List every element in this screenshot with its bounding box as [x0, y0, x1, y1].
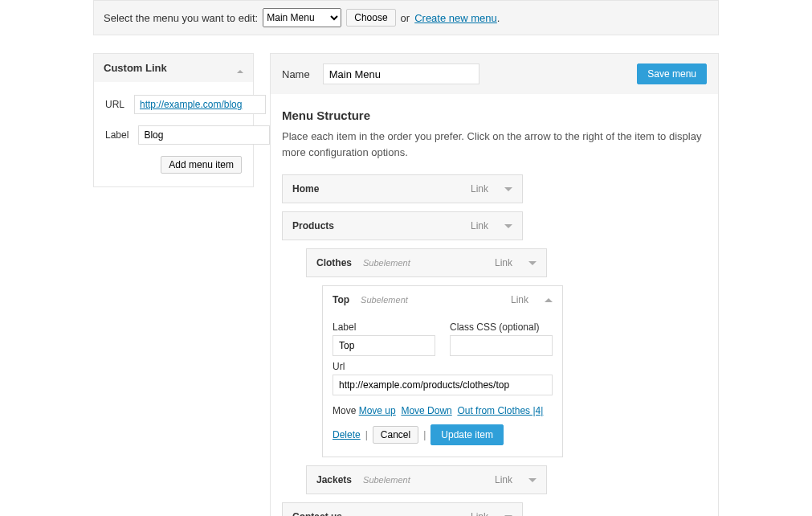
or-text: or	[401, 12, 410, 24]
chevron-up-icon	[545, 298, 553, 302]
menu-item-label: Contact us	[292, 511, 342, 516]
item-type: Link	[495, 257, 512, 268]
chevron-down-icon	[528, 261, 537, 265]
subelement-tag: Subelement	[363, 475, 410, 485]
delete-item-link[interactable]: Delete	[333, 429, 361, 440]
menu-structure-desc: Place each item in the order you prefer.…	[282, 129, 707, 160]
label-label: Label	[105, 129, 129, 141]
save-menu-button-top[interactable]: Save menu	[637, 63, 707, 84]
dot: .	[497, 12, 500, 24]
custom-link-header[interactable]: Custom Link	[94, 54, 253, 82]
add-menu-item-button[interactable]: Add menu item	[161, 156, 242, 174]
menu-structure-title: Menu Structure	[282, 109, 707, 122]
item-type: Link	[471, 511, 488, 516]
menu-item-top[interactable]: Top Subelement Link Label	[322, 285, 563, 457]
create-new-menu-link[interactable]: Create new menu	[414, 12, 497, 24]
top-label-input[interactable]	[333, 335, 435, 356]
move-up-link[interactable]: Move up	[359, 405, 396, 416]
item-type: Link	[471, 220, 488, 231]
chevron-down-icon	[504, 224, 512, 228]
subelement-tag: Subelement	[361, 295, 408, 305]
separator: |	[365, 429, 368, 440]
menu-item-jackets[interactable]: Jackets Subelement Link	[306, 465, 547, 494]
move-down-link[interactable]: Move Down	[401, 405, 451, 416]
subelement-tag: Subelement	[363, 258, 410, 268]
top-css-input[interactable]	[450, 335, 553, 356]
menu-item-contact[interactable]: Contact us Link	[282, 502, 523, 516]
menu-item-label: Top	[333, 294, 349, 305]
top-css-lbl: Class CSS (optional)	[450, 321, 553, 333]
cancel-button[interactable]: Cancel	[373, 426, 418, 444]
menu-name-input[interactable]	[323, 63, 479, 84]
url-label: URL	[105, 99, 124, 110]
menu-item-label: Products	[292, 220, 334, 231]
chevron-down-icon	[504, 187, 512, 191]
label-input[interactable]	[138, 125, 270, 145]
menu-item-clothes[interactable]: Clothes Subelement Link	[306, 248, 547, 277]
menu-item-home[interactable]: Home Link	[282, 174, 523, 203]
menu-select[interactable]: Main Menu	[263, 8, 341, 27]
chevron-down-icon	[528, 478, 537, 482]
out-from-link[interactable]: Out from Clothes |4|	[457, 405, 543, 416]
name-label: Name	[282, 68, 310, 80]
separator: |	[423, 429, 426, 440]
select-menu-prompt: Select the menu you want to edit:	[104, 12, 258, 24]
choose-button[interactable]: Choose	[346, 9, 395, 27]
menu-item-label: Jackets	[316, 474, 352, 485]
menu-item-label: Home	[292, 183, 319, 195]
update-item-button[interactable]: Update item	[430, 424, 504, 445]
url-input[interactable]	[134, 95, 266, 114]
top-url-input[interactable]	[333, 375, 553, 395]
top-url-lbl: Url	[333, 361, 345, 372]
item-type: Link	[471, 183, 488, 195]
menu-item-label: Clothes	[316, 257, 352, 268]
menu-item-products[interactable]: Products Link	[282, 211, 523, 240]
item-type: Link	[495, 474, 512, 485]
top-label-lbl: Label	[333, 321, 435, 333]
item-type: Link	[511, 294, 528, 305]
custom-link-title: Custom Link	[104, 62, 167, 74]
chevron-up-icon	[237, 63, 243, 76]
move-label: Move	[333, 405, 356, 416]
